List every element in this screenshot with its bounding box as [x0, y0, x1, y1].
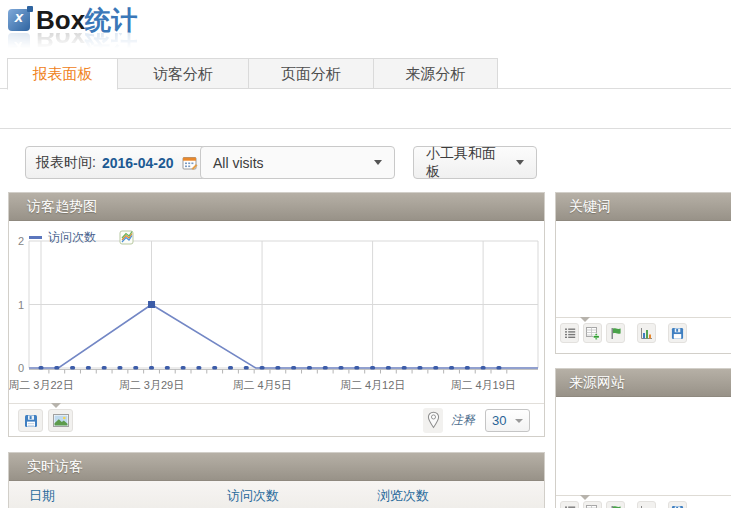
- dashboard-page: x Box统计 x Box统计 报表面板 访客分析 页面分析 来源分析 报表时间…: [0, 0, 731, 508]
- box-logo-icon: x: [8, 9, 30, 31]
- annotations-link[interactable]: 注释: [451, 412, 475, 429]
- export-data-button[interactable]: [668, 323, 687, 343]
- bar-chart-icon: [640, 327, 653, 340]
- chevron-down-icon: [516, 160, 524, 165]
- period-limit-value: 30: [492, 413, 506, 428]
- collapse-caret-icon[interactable]: [580, 495, 590, 500]
- tab-page-analysis[interactable]: 页面分析: [248, 58, 374, 89]
- column-header-pageviews[interactable]: 浏览次数: [377, 487, 429, 505]
- report-date-label: 报表时间:: [36, 154, 96, 172]
- save-icon: [671, 327, 684, 340]
- referrer-websites-title: 来源网站: [556, 369, 731, 397]
- svg-text:2: 2: [18, 235, 24, 247]
- flag-icon: [610, 327, 622, 340]
- export-image-button[interactable]: [48, 409, 73, 432]
- toolbar-divider: [0, 128, 731, 129]
- visits-trend-chart: 012周二 3月22日周二 3月29日周二 4月5日周二 4月12日周二 4月1…: [9, 221, 544, 401]
- referrer-websites-panel: 来源网站: [555, 368, 731, 508]
- column-header-visits[interactable]: 访问次数: [227, 487, 279, 505]
- svg-text:周二 3月29日: 周二 3月29日: [119, 379, 184, 391]
- svg-text:1: 1: [18, 299, 24, 311]
- keywords-panel: 关键词: [555, 192, 731, 354]
- segment-selector[interactable]: All visits: [200, 146, 395, 179]
- goals-view-button[interactable]: [606, 323, 625, 343]
- referrers-footer: [556, 495, 731, 508]
- export-data-button[interactable]: [668, 501, 687, 508]
- annotations-button[interactable]: [423, 408, 443, 433]
- tab-visitor-analysis[interactable]: 访客分析: [117, 58, 249, 89]
- svg-text:周二 3月22日: 周二 3月22日: [9, 379, 74, 391]
- collapse-caret-icon[interactable]: [51, 403, 61, 408]
- goals-view-button[interactable]: [606, 501, 625, 508]
- tab-report-dashboard[interactable]: 报表面板: [7, 58, 118, 90]
- logo-reflection: x Box统计: [8, 33, 137, 55]
- collapse-caret-icon[interactable]: [580, 317, 590, 322]
- keywords-footer: [556, 317, 731, 353]
- logo-suffix: 统计: [85, 5, 137, 35]
- metric-picker-icon[interactable]: [118, 229, 135, 246]
- table-view-button[interactable]: [560, 323, 579, 343]
- report-date-button[interactable]: 报表时间: 2016-04-20: [25, 146, 209, 179]
- list-icon: [564, 327, 576, 339]
- save-icon: [671, 505, 684, 508]
- legend-series-label: 访问次数: [48, 229, 96, 246]
- legend-line-swatch: [29, 236, 42, 239]
- bar-chart-view-button[interactable]: [637, 323, 656, 343]
- app-logo: x Box统计: [8, 5, 137, 35]
- column-header-date[interactable]: 日期: [29, 487, 55, 505]
- svg-text:周二 4月19日: 周二 4月19日: [450, 379, 515, 391]
- realtime-visitors-title: 实时访客: [9, 453, 544, 481]
- chart-legend: 访问次数: [29, 229, 135, 246]
- segment-selected-value: All visits: [213, 155, 264, 171]
- visits-trend-panel: 访客趋势图 访问次数 012周二 3月22日周二 3月29日周二 4月5日周二 …: [8, 192, 545, 437]
- chevron-down-icon: [515, 419, 523, 423]
- all-columns-button[interactable]: [583, 501, 602, 508]
- image-icon: [53, 414, 69, 427]
- tab-referrer-analysis[interactable]: 来源分析: [373, 58, 498, 89]
- svg-text:周二 4月12日: 周二 4月12日: [340, 379, 405, 391]
- visits-trend-title: 访客趋势图: [9, 193, 544, 221]
- period-limit-select[interactable]: 30: [485, 409, 530, 432]
- table-view-button[interactable]: [560, 501, 579, 508]
- flag-icon: [610, 505, 622, 508]
- keywords-title: 关键词: [556, 193, 731, 221]
- save-icon: [24, 414, 38, 428]
- svg-text:周二 4月5日: 周二 4月5日: [232, 379, 291, 391]
- export-data-button[interactable]: [18, 409, 43, 432]
- realtime-visitors-panel: 实时访客 日期 访问次数 浏览次数: [8, 452, 545, 508]
- bar-chart-icon: [640, 505, 653, 508]
- calendar-icon: [182, 155, 198, 171]
- table-plus-icon: [586, 327, 599, 340]
- report-date-value: 2016-04-20: [102, 155, 174, 171]
- widgets-and-dashboard-button[interactable]: 小工具和面板: [413, 146, 537, 179]
- svg-text:0: 0: [18, 362, 24, 374]
- widgets-button-label: 小工具和面板: [426, 145, 508, 181]
- table-plus-icon: [586, 505, 599, 508]
- chevron-down-icon: [374, 160, 382, 165]
- all-columns-button[interactable]: [583, 323, 602, 343]
- chart-footer: 注释 30: [9, 403, 544, 438]
- main-tabbar: 报表面板 访客分析 页面分析 来源分析: [7, 58, 498, 90]
- logo-brand: Box: [36, 5, 85, 35]
- annotation-pin-icon: [427, 411, 440, 430]
- bar-chart-view-button[interactable]: [637, 501, 656, 508]
- realtime-table-header: 日期 访问次数 浏览次数: [9, 481, 544, 508]
